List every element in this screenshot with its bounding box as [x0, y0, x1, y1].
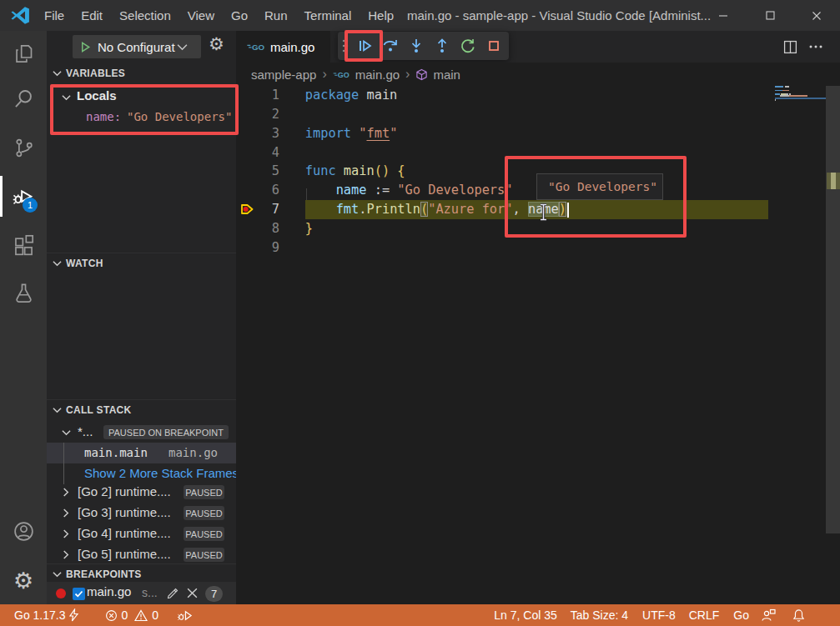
debug-status-icon[interactable] [177, 608, 193, 623]
debug-step-over-button[interactable] [380, 36, 400, 56]
language-mode-item[interactable]: Go [733, 608, 749, 622]
goroutine-state-badge: PAUSED [184, 548, 224, 562]
eol-item[interactable]: CRLF [689, 608, 720, 622]
tab-main-go[interactable]: GO main.go [236, 31, 330, 63]
code-line-3[interactable]: 3import "fmt" [236, 124, 840, 143]
breakpoint-row[interactable]: main.go s... 7 [47, 582, 236, 604]
more-actions-icon[interactable] [808, 44, 823, 49]
menu-view[interactable]: View [179, 0, 223, 31]
debug-step-out-button[interactable] [432, 36, 452, 56]
explorer-icon[interactable] [0, 32, 47, 75]
breakpoint-dot-icon [56, 588, 66, 598]
gripper-icon[interactable] [341, 38, 350, 53]
breadcrumb-label: sample-app [251, 68, 316, 82]
minimap-current-line [775, 98, 826, 100]
line-text: fmt.Println("Azure for", name) [305, 200, 566, 219]
section-title: VARIABLES [66, 68, 125, 79]
debug-toolbar [338, 32, 509, 60]
maximize-button[interactable] [747, 0, 793, 31]
minimap-slider[interactable] [826, 86, 840, 533]
line-text: import "fmt" [305, 124, 398, 143]
debug-step-into-button[interactable] [406, 36, 426, 56]
watch-section-header[interactable]: WATCH [47, 253, 236, 273]
minimap-line [788, 90, 789, 92]
source-control-icon[interactable] [0, 126, 47, 169]
menu-help[interactable]: Help [360, 0, 402, 31]
goroutine-row[interactable]: [Go 4] runtime....PAUSED [47, 523, 236, 544]
settings-gear-icon[interactable]: ⚙ [0, 558, 47, 602]
edit-pencil-icon[interactable] [166, 587, 179, 600]
go-version-item[interactable]: Go 1.17.3 [14, 608, 79, 622]
code-token [305, 183, 336, 198]
debug-restart-button[interactable] [458, 36, 478, 56]
code-token [305, 202, 336, 217]
launch-configuration-dropdown[interactable]: No Configurat [73, 35, 201, 58]
debug-badge: 1 [23, 198, 38, 213]
line-number: 6 [259, 181, 279, 200]
menu-edit[interactable]: Edit [73, 0, 111, 31]
code-line-2[interactable]: 2 [236, 105, 840, 124]
search-icon[interactable] [0, 77, 47, 120]
error-circle-icon [105, 609, 118, 622]
goroutine-row[interactable]: [Go 5] runtime....PAUSED [47, 544, 236, 565]
vscode-window: FileEditSelectionViewGoRunTerminalHelp m… [0, 0, 840, 626]
stack-frame-row[interactable]: main.main main.go [47, 443, 236, 463]
line-number: 2 [259, 105, 279, 124]
encoding-item[interactable]: UTF-8 [642, 608, 676, 622]
cursor-position-item[interactable]: Ln 7, Col 35 [494, 608, 557, 622]
code-token: . [359, 202, 366, 217]
breakpoint-checkbox[interactable] [73, 588, 85, 600]
debug-continue-button[interactable] [355, 36, 375, 56]
go-version-label: Go 1.17.3 [14, 608, 66, 622]
code-token [390, 163, 397, 178]
code-area[interactable]: 1package main23import "fmt"45func main()… [236, 86, 840, 604]
feedback-icon[interactable] [761, 608, 776, 622]
code-line-4[interactable]: 4 [236, 143, 840, 163]
menu-file[interactable]: File [36, 0, 73, 31]
extensions-icon[interactable] [0, 223, 47, 266]
configuration-label: No Configurat [98, 40, 175, 54]
call-stack-section-header[interactable]: CALL STACK [47, 399, 236, 420]
line-text: package main [305, 86, 398, 105]
testing-icon[interactable] [0, 271, 47, 314]
breakpoint-file: main.go [87, 584, 131, 598]
minimize-button[interactable] [700, 0, 747, 31]
debug-settings-gear-icon[interactable]: ⚙ [209, 34, 224, 54]
problems-item[interactable]: 0 0 [105, 608, 159, 622]
run-and-debug-icon[interactable] [0, 174, 47, 218]
breadcrumb-file[interactable]: GO main.go [333, 68, 400, 82]
menu-selection[interactable]: Selection [111, 0, 179, 31]
debug-stop-button[interactable] [484, 36, 504, 56]
goroutine-row[interactable]: [Go 3] runtime....PAUSED [47, 503, 236, 523]
menu-go[interactable]: Go [223, 0, 256, 31]
menu-bar: FileEditSelectionViewGoRunTerminalHelp [36, 0, 402, 31]
line-text: } [305, 219, 313, 238]
thread-row[interactable]: *... PAUSED ON BREAKPOINT [47, 422, 236, 443]
start-debug-icon[interactable] [79, 41, 92, 53]
chevron-down-icon [177, 43, 188, 51]
code-line-9[interactable]: 9 [236, 238, 840, 258]
notifications-bell-icon[interactable] [792, 608, 805, 622]
breadcrumb-folder[interactable]: sample-app [251, 68, 316, 82]
goroutine-row[interactable]: [Go 2] runtime....PAUSED [47, 482, 236, 503]
variables-section-header[interactable]: VARIABLES [47, 63, 236, 83]
debug-launch-toolbar: No Configurat ⚙ [47, 31, 236, 63]
chevron-right-icon [63, 488, 69, 497]
window-title: main.go - sample-app - Visual Studio Cod… [407, 0, 711, 31]
close-button[interactable] [793, 0, 840, 31]
variables-scope-row[interactable]: Locals [47, 87, 236, 108]
code-line-1[interactable]: 1package main [236, 86, 840, 105]
menu-terminal[interactable]: Terminal [296, 0, 360, 31]
remove-x-icon[interactable] [186, 587, 199, 599]
breadcrumbs: sample-app › GO main.go › main [236, 63, 840, 86]
accounts-icon[interactable] [0, 509, 47, 553]
chevron-right-icon [63, 529, 69, 538]
breadcrumb-separator: › [316, 67, 332, 82]
breadcrumb-symbol[interactable]: main [415, 68, 460, 82]
tab-size-item[interactable]: Tab Size: 4 [571, 608, 628, 622]
show-more-link[interactable]: Show 2 More Stack Frames [84, 466, 236, 480]
menu-run[interactable]: Run [256, 0, 296, 31]
split-editor-icon[interactable] [783, 40, 797, 54]
code-line-8[interactable]: 8} [236, 219, 840, 238]
variable-row[interactable]: name: "Go Developers" [47, 108, 236, 128]
